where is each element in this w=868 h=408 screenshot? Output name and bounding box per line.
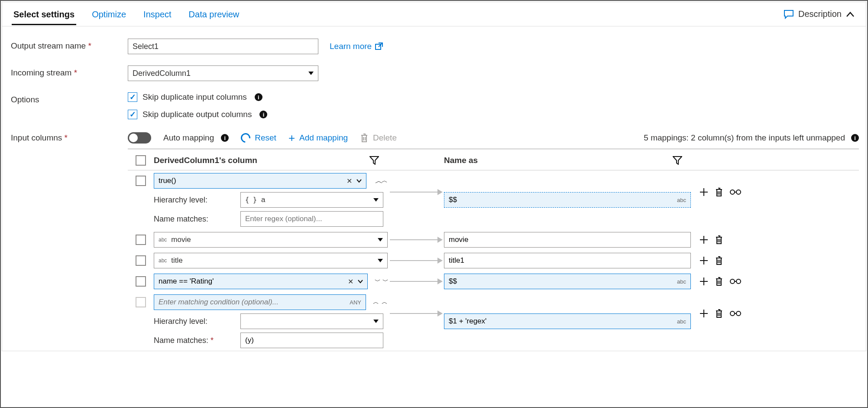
source-column-select[interactable]: abc title (154, 253, 388, 268)
add-icon[interactable] (700, 277, 708, 286)
rule-expression-input[interactable]: ✕ (154, 173, 366, 189)
info-icon[interactable]: i (851, 134, 859, 142)
mapping-row: abc movie (128, 229, 859, 250)
reset-button[interactable]: Reset (241, 133, 276, 143)
collapse-icon[interactable]: ︿ (370, 298, 379, 306)
collapse-icon[interactable]: ︿ (371, 173, 381, 189)
expand-icon[interactable]: ﹀ (372, 277, 380, 285)
matching-condition-input[interactable]: ANY (154, 294, 366, 310)
trash-icon[interactable] (715, 235, 723, 245)
output-stream-name-input[interactable] (128, 39, 318, 54)
arrow-icon (390, 281, 442, 282)
arrow-icon (390, 313, 442, 314)
name-matches-input[interactable] (240, 211, 383, 227)
external-link-icon (375, 42, 383, 50)
mapping-row: ANY ︿ ︿ Hierarchy level: Name matches: * (128, 292, 859, 351)
select-all-checkbox[interactable] (136, 155, 146, 166)
hierarchy-level-select[interactable]: { } a (240, 192, 383, 208)
trash-icon (360, 133, 369, 143)
any-tag: ANY (350, 299, 361, 306)
type-tag: abc (677, 318, 686, 325)
chevron-down-icon (378, 238, 383, 242)
label-input-columns: Input columns (11, 131, 123, 143)
tab-select-settings[interactable]: Select settings (5, 3, 83, 25)
info-icon[interactable]: i (255, 93, 262, 101)
row-checkbox[interactable] (136, 297, 146, 307)
chevron-down-icon (308, 72, 314, 75)
add-mapping-button[interactable]: + Add mapping (288, 132, 348, 144)
svg-point-2 (736, 190, 741, 194)
type-tag: abc (159, 258, 167, 264)
option-skip-dup-input-label: Skip duplicate input columns (143, 92, 247, 102)
clear-icon[interactable]: ✕ (348, 277, 353, 286)
link-icon[interactable] (730, 310, 741, 317)
name-as-input[interactable]: abc (444, 192, 691, 208)
row-checkbox[interactable] (136, 176, 146, 186)
mapping-row: ✕ ︿ ︿ Hierarchy level: { } a Name (128, 170, 859, 229)
checkbox-skip-dup-output[interactable] (128, 110, 137, 119)
tab-bar: Select settings Optimize Inspect Data pr… (2, 2, 866, 26)
filter-icon[interactable] (673, 156, 682, 165)
svg-point-8 (736, 311, 741, 316)
type-tag: abc (677, 197, 686, 203)
add-icon[interactable] (700, 188, 708, 196)
chevron-down-icon (378, 259, 383, 262)
label-incoming-stream: Incoming stream (11, 65, 123, 78)
svg-point-5 (736, 279, 741, 284)
row-checkbox[interactable] (136, 235, 146, 245)
name-as-input[interactable]: abc (444, 313, 691, 329)
arrow-icon (390, 239, 442, 240)
svg-point-4 (730, 279, 735, 284)
tab-optimize[interactable]: Optimize (83, 3, 135, 25)
add-icon[interactable] (700, 256, 708, 265)
auto-mapping-toggle[interactable] (128, 132, 151, 144)
incoming-stream-select[interactable]: DerivedColumn1 (128, 65, 318, 81)
name-as-input[interactable]: abc (444, 274, 691, 289)
learn-more-link[interactable]: Learn more (330, 42, 383, 51)
reset-icon (239, 131, 253, 145)
tab-inspect[interactable]: Inspect (135, 3, 180, 25)
hierarchy-level-label: Hierarchy level: (154, 313, 240, 329)
checkbox-skip-dup-input[interactable] (128, 92, 137, 102)
mapping-row: abc title (128, 250, 859, 271)
source-column-select[interactable]: abc movie (154, 232, 388, 248)
chevron-down-icon (373, 198, 379, 202)
comment-icon (784, 10, 794, 19)
link-icon[interactable] (730, 189, 741, 195)
name-as-input[interactable] (444, 253, 691, 268)
svg-point-7 (730, 311, 735, 316)
mapping-row: ✕ ﹀ ﹀ abc (128, 271, 859, 292)
description-toggle[interactable]: Description (775, 9, 863, 19)
trash-icon[interactable] (715, 309, 723, 318)
plus-icon: + (288, 132, 295, 144)
type-tag: abc (677, 278, 686, 285)
option-skip-dup-output-label: Skip duplicate output columns (143, 110, 252, 119)
name-matches-input[interactable] (240, 333, 383, 348)
hierarchy-level-select[interactable] (240, 313, 383, 329)
name-matches-label: Name matches: * (154, 333, 240, 348)
trash-icon[interactable] (715, 256, 723, 265)
label-output-stream-name: Output stream name (11, 39, 123, 51)
row-checkbox[interactable] (136, 276, 146, 287)
info-icon[interactable]: i (259, 111, 267, 118)
row-checkbox[interactable] (136, 255, 146, 266)
info-icon[interactable]: i (221, 134, 229, 142)
add-icon[interactable] (700, 309, 708, 318)
add-icon[interactable] (700, 235, 708, 244)
chevron-down-icon (356, 178, 362, 183)
trash-icon[interactable] (715, 277, 723, 286)
col-header-name-as: Name as (444, 156, 478, 165)
trash-icon[interactable] (715, 187, 723, 197)
col-header-source: DerivedColumn1's column (154, 156, 257, 165)
rule-expression-input[interactable]: ✕ (154, 274, 368, 289)
label-options: Options (11, 92, 123, 104)
mapping-status: 5 mappings: 2 column(s) from the inputs … (644, 133, 859, 143)
link-icon[interactable] (730, 278, 741, 284)
name-as-input[interactable] (444, 232, 691, 248)
tab-data-preview[interactable]: Data preview (180, 3, 248, 25)
filter-icon[interactable] (369, 156, 379, 165)
chevron-up-icon (846, 11, 855, 17)
chevron-down-icon (373, 320, 379, 323)
clear-icon[interactable]: ✕ (347, 177, 352, 185)
arrow-icon (390, 192, 442, 193)
